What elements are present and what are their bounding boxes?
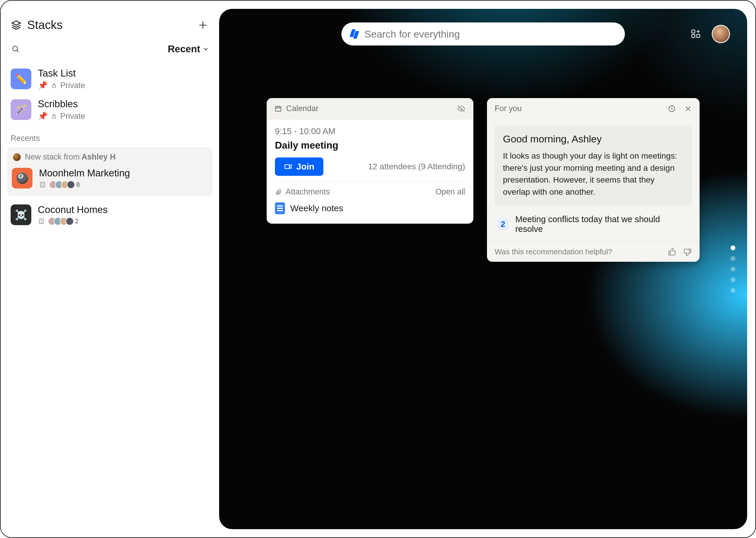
thumbs-down-icon	[683, 247, 692, 256]
widgets-icon	[690, 29, 701, 39]
action-text: Meeting conflicts today that we should r…	[515, 214, 689, 234]
thumbs-up-icon	[668, 247, 677, 256]
recents-highlight-group: New stack from Ashley H 🎱 Moonhelm Marke…	[7, 147, 213, 196]
main-canvas: Calendar 9:15 - 10:00 AM Daily meeting	[219, 1, 755, 537]
chevron-down-icon	[203, 46, 209, 52]
stack-name: Coconut Homes	[38, 204, 108, 215]
for-you-card: For you Good morni	[487, 98, 700, 262]
svg-rect-2	[53, 116, 56, 118]
attachment-name: Weekly notes	[290, 203, 343, 213]
event-title: Daily meeting	[275, 140, 465, 151]
history-button[interactable]	[668, 105, 676, 113]
global-search[interactable]	[341, 23, 625, 45]
suggested-action[interactable]: 2 Meeting conflicts today that we should…	[495, 210, 692, 242]
page-dot[interactable]	[731, 245, 735, 250]
clock-icon	[668, 105, 676, 113]
sort-dropdown[interactable]: Recent	[168, 43, 209, 55]
attendees-text: 12 attendees (9 Attending)	[368, 162, 465, 171]
action-count-badge: 2	[497, 218, 509, 230]
thumbs-up-button[interactable]	[668, 247, 677, 256]
sidebar-search-button[interactable]	[11, 44, 21, 54]
stack-item[interactable]: 🪄 Scribbles 📌 Private	[9, 94, 211, 125]
stack-meta: 8	[39, 181, 130, 189]
close-icon	[684, 105, 692, 113]
stack-item[interactable]: ✏️ Task List 📌 Private	[9, 64, 211, 94]
summary-block: Good morning, Ashley It looks as though …	[495, 126, 692, 206]
stack-item[interactable]: ☠️ Coconut Homes 2	[9, 200, 211, 230]
svg-rect-3	[40, 182, 45, 187]
org-icon	[39, 181, 46, 188]
svg-rect-4	[39, 219, 43, 224]
sidebar: Stacks Recent ✏️ Task List 📌	[1, 1, 219, 537]
org-icon	[38, 218, 45, 225]
plus-icon	[198, 20, 208, 30]
stack-icon: 🪄	[11, 99, 31, 120]
lock-icon	[51, 82, 57, 89]
stack-meta: 2	[38, 217, 108, 225]
page-dot[interactable]	[731, 256, 735, 261]
profile-avatar[interactable]	[712, 25, 730, 43]
author-avatar	[13, 153, 21, 161]
search-input[interactable]	[364, 28, 617, 40]
document-icon	[275, 202, 285, 214]
svg-rect-5	[692, 34, 695, 38]
brand-logo-icon	[350, 29, 359, 39]
stack-meta: 📌 Private	[38, 111, 85, 121]
stack-item[interactable]: 🎱 Moonhelm Marketing 8	[11, 166, 209, 190]
stack-name: Scribbles	[38, 98, 85, 110]
stack-name: Moonhelm Marketing	[39, 168, 130, 179]
stack-icon: ✏️	[11, 69, 31, 89]
calendar-card: Calendar 9:15 - 10:00 AM Daily meeting	[267, 98, 474, 224]
search-icon	[11, 45, 20, 53]
svg-rect-1	[53, 85, 56, 87]
stack-icon: ☠️	[11, 204, 31, 225]
page-dot[interactable]	[731, 267, 735, 272]
page-indicator	[731, 245, 735, 293]
svg-rect-6	[697, 34, 700, 38]
stacks-icon	[11, 20, 22, 31]
lock-icon	[51, 113, 57, 119]
calendar-card-title: Calendar	[286, 104, 319, 113]
stack-name: Task List	[38, 68, 85, 79]
page-dot[interactable]	[731, 288, 735, 293]
hide-card-button[interactable]	[457, 104, 466, 113]
feedback-prompt: Was this recommendation helpful?	[495, 247, 612, 256]
svg-rect-9	[285, 165, 289, 169]
member-avatars: 8	[49, 181, 80, 189]
svg-rect-8	[276, 106, 281, 111]
thumbs-down-button[interactable]	[683, 247, 692, 256]
event-time: 9:15 - 10:00 AM	[275, 127, 465, 136]
stack-icon: 🎱	[12, 168, 32, 188]
close-card-button[interactable]	[684, 105, 692, 113]
open-all-button[interactable]: Open all	[435, 187, 465, 196]
join-meeting-button[interactable]: Join	[275, 157, 324, 176]
pin-icon: 📌	[38, 81, 48, 90]
page-dot[interactable]	[731, 277, 735, 282]
sidebar-title: Stacks	[27, 18, 63, 31]
attachment-icon	[275, 188, 282, 195]
video-icon	[284, 162, 293, 171]
member-avatars: 2	[48, 217, 78, 225]
add-widget-button[interactable]	[690, 29, 701, 39]
calendar-icon	[274, 105, 282, 113]
recents-heading: Recents	[9, 125, 211, 147]
eye-off-icon	[457, 104, 466, 113]
for-you-card-title: For you	[495, 104, 522, 113]
attachments-label: Attachments	[285, 187, 330, 196]
svg-rect-7	[692, 30, 695, 33]
greeting-text: Good morning, Ashley	[503, 133, 684, 145]
stack-meta: 📌 Private	[38, 81, 85, 90]
new-stack-banner: New stack from Ashley H	[11, 152, 209, 166]
summary-text: It looks as though your day is light on …	[503, 150, 684, 198]
new-stack-button[interactable]	[197, 19, 209, 31]
attachment-item[interactable]: Weekly notes	[275, 201, 465, 221]
svg-point-0	[13, 46, 18, 51]
pin-icon: 📌	[38, 111, 48, 121]
sort-label: Recent	[168, 43, 200, 55]
